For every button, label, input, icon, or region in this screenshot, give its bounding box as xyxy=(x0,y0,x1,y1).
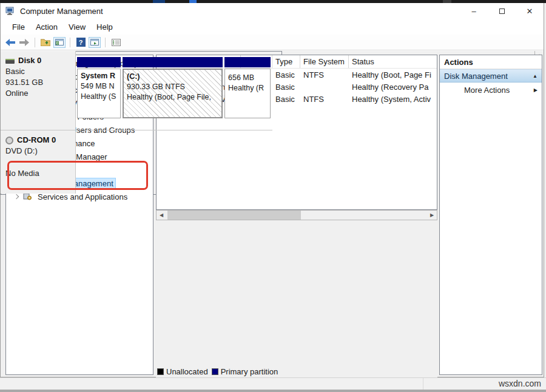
window-title: Computer Management xyxy=(20,7,103,16)
help-icon[interactable]: ? xyxy=(75,37,87,48)
more-actions-label: More Actions xyxy=(464,86,510,95)
close-button[interactable]: ✕ xyxy=(516,3,544,19)
cdrom-row: CD-ROM 0 DVD (D:) No Media xyxy=(1,130,272,194)
disk-type: Basic xyxy=(5,67,70,76)
actions-header: Actions xyxy=(440,55,542,69)
unallocated-swatch xyxy=(157,368,164,375)
partition-c-drive[interactable]: (C:) 930.33 GB NTFS Healthy (Boot, Page … xyxy=(123,57,223,118)
column-header-type[interactable]: Type xyxy=(272,55,300,68)
scrollbar-track[interactable] xyxy=(166,211,427,220)
cdrom-media-status: No Media xyxy=(5,169,70,178)
cdrom-drive-letter: DVD (D:) xyxy=(5,146,70,155)
disk-drive-icon xyxy=(5,59,15,64)
toolbar-separator xyxy=(35,38,35,47)
menubar: File Action View Help xyxy=(1,19,544,35)
content-area: Computer Management (Local) System Tools… xyxy=(1,51,544,377)
bottom-edge xyxy=(0,390,546,392)
disk-graphical-panel: Disk 0 Basic 931.51 GB Online System R 5… xyxy=(1,51,282,195)
partition-status: Healthy (R xyxy=(228,84,269,92)
status-divider xyxy=(423,378,423,390)
toolbar: ? xyxy=(1,35,544,50)
up-folder-icon[interactable] xyxy=(39,37,52,48)
legend-label: Unallocated xyxy=(166,367,208,376)
computer-management-window: Computer Management – ✕ File Action View… xyxy=(0,3,544,377)
more-actions-item[interactable]: More Actions ▶ xyxy=(440,83,542,97)
partition-status: Healthy (S xyxy=(81,92,119,101)
action-group-label: Disk Management xyxy=(444,72,508,81)
menu-file[interactable]: File xyxy=(7,20,30,34)
show-console-tree-icon[interactable] xyxy=(53,37,66,48)
partition-legend: Unallocated Primary partition xyxy=(156,365,437,377)
disk-name: Disk 0 xyxy=(18,56,41,65)
partition-size: 656 MB xyxy=(228,73,269,82)
scroll-right-icon[interactable]: ▶ xyxy=(427,211,437,220)
cdrom-info[interactable]: CD-ROM 0 DVD (D:) No Media xyxy=(1,130,76,194)
minimize-button[interactable]: – xyxy=(460,3,488,19)
column-header-status[interactable]: Status xyxy=(349,55,437,68)
horizontal-scrollbar[interactable]: ◀ ▶ xyxy=(156,210,437,220)
app-icon xyxy=(5,6,15,16)
menu-view[interactable]: View xyxy=(63,20,91,34)
toolbar-separator xyxy=(105,38,106,47)
submenu-right-icon: ▶ xyxy=(534,87,538,93)
primary-partition-bar xyxy=(224,57,271,67)
legend-primary-partition: Primary partition xyxy=(212,367,278,376)
disk-status: Online xyxy=(5,89,70,98)
disk0-info[interactable]: Disk 0 Basic 931.51 GB Online xyxy=(1,51,76,130)
disk-size: 931.51 GB xyxy=(5,78,70,87)
cdrom-name: CD-ROM 0 xyxy=(17,135,56,144)
maximize-button[interactable] xyxy=(488,3,516,19)
export-list-icon[interactable] xyxy=(110,37,122,48)
column-header-file-system[interactable]: File System xyxy=(300,55,349,68)
menu-help[interactable]: Help xyxy=(91,20,118,34)
screen: Computer Management – ✕ File Action View… xyxy=(0,0,546,392)
question-glyph: ? xyxy=(76,38,86,47)
scroll-left-icon[interactable]: ◀ xyxy=(157,211,166,220)
primary-partition-swatch xyxy=(212,368,218,375)
scrollbar-thumb[interactable] xyxy=(167,211,301,220)
toolbar-separator xyxy=(70,38,70,47)
partition-name: System R xyxy=(81,72,119,80)
partition-status: Healthy (Boot, Page File, xyxy=(127,93,220,101)
chevron-right-icon[interactable] xyxy=(15,194,19,199)
titlebar[interactable]: Computer Management – ✕ xyxy=(1,3,544,19)
cd-rom-icon xyxy=(5,137,13,144)
partition-recovery[interactable]: 656 MB Healthy (R xyxy=(224,57,271,118)
legend-unallocated: Unallocated xyxy=(157,367,208,376)
partition-name: (C:) xyxy=(127,72,220,81)
action-group-disk-management[interactable]: Disk Management ▲ xyxy=(440,69,542,83)
status-strip: wsxdn.com xyxy=(0,377,546,390)
show-action-pane-icon[interactable] xyxy=(89,37,101,48)
primary-partition-bar xyxy=(77,57,121,67)
forward-icon[interactable] xyxy=(18,37,30,48)
maximize-icon xyxy=(499,8,505,14)
legend-label: Primary partition xyxy=(221,367,278,376)
partition-size: 549 MB N xyxy=(81,82,119,90)
primary-partition-bar xyxy=(123,57,223,67)
partition-size: 930.33 GB NTFS xyxy=(127,83,220,91)
disk0-row: Disk 0 Basic 931.51 GB Online System R 5… xyxy=(1,51,272,130)
menu-action[interactable]: Action xyxy=(30,20,63,34)
back-icon[interactable] xyxy=(4,37,16,48)
watermark-text: wsxdn.com xyxy=(499,379,541,388)
actions-panel: Actions Disk Management ▲ More Actions ▶ xyxy=(439,55,542,375)
partition-system-reserved[interactable]: System R 549 MB N Healthy (S xyxy=(77,57,121,118)
collapse-up-icon[interactable]: ▲ xyxy=(533,73,538,79)
